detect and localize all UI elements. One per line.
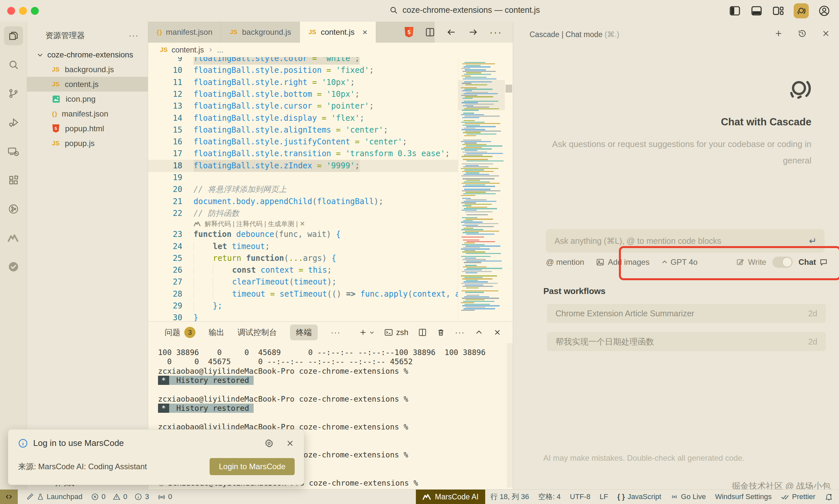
ports-status[interactable]: 0 bbox=[158, 492, 172, 501]
file-item-manifest.json[interactable]: { }manifest.json bbox=[27, 106, 148, 121]
split-editor-icon[interactable] bbox=[425, 27, 435, 37]
tab-content.js[interactable]: JScontent.js× bbox=[300, 22, 376, 43]
close-cascade-icon[interactable] bbox=[821, 29, 831, 38]
split-terminal-icon[interactable] bbox=[418, 328, 427, 337]
add-images-button[interactable]: Add images bbox=[596, 257, 649, 267]
codelens[interactable]: 解释代码 | 注释代码 | 生成单测 | ✕ bbox=[193, 219, 305, 228]
remote-indicator[interactable] bbox=[0, 489, 18, 504]
chat-mode-label[interactable]: Chat bbox=[799, 257, 828, 267]
encoding-status[interactable]: UTF-8 bbox=[570, 492, 590, 501]
workflow-item[interactable]: Chrome Extension Article Summarizer2d bbox=[547, 304, 826, 323]
breadcrumb[interactable]: JS content.js ... bbox=[148, 43, 513, 57]
tab-terminal[interactable]: 终端 bbox=[290, 325, 318, 340]
new-chat-icon[interactable] bbox=[774, 29, 783, 38]
go-back-icon[interactable] bbox=[446, 27, 457, 37]
code-text: floatingBall.style.right = '10px'; bbox=[193, 76, 355, 89]
check-badge-icon[interactable] bbox=[4, 257, 23, 276]
tab-manifest.json[interactable]: { }manifest.json bbox=[148, 22, 221, 43]
terminal-line: * History restored bbox=[158, 403, 503, 413]
panel-more-tabs-icon[interactable]: ··· bbox=[331, 328, 341, 337]
indent-guide bbox=[213, 277, 232, 287]
indentation-status[interactable]: 空格: 4 bbox=[538, 492, 561, 502]
go-forward-icon[interactable] bbox=[468, 27, 478, 37]
eol-status[interactable]: LF bbox=[600, 492, 608, 501]
go-live-status[interactable]: Go Live bbox=[670, 492, 706, 501]
close-window-button[interactable] bbox=[7, 7, 15, 15]
file-item-popup.js[interactable]: JSpopup.js bbox=[27, 136, 148, 150]
cascade-input[interactable]: Ask anything (⌘L), @ to mention code blo… bbox=[546, 229, 824, 253]
kill-terminal-icon[interactable] bbox=[436, 328, 445, 337]
run-debug-icon[interactable] bbox=[4, 113, 23, 132]
share-circle-icon[interactable] bbox=[4, 199, 23, 218]
source-control-icon[interactable] bbox=[4, 84, 23, 103]
notification-close-icon[interactable] bbox=[286, 439, 295, 448]
extensions-icon[interactable] bbox=[4, 170, 23, 190]
terminal-scrollbar[interactable] bbox=[507, 343, 513, 488]
history-icon[interactable] bbox=[798, 29, 807, 38]
new-terminal-icon[interactable] bbox=[359, 328, 375, 337]
close-tab-icon[interactable]: × bbox=[362, 27, 367, 37]
shell-zsh[interactable]: zsh bbox=[384, 328, 408, 337]
broadcast-icon bbox=[158, 493, 166, 501]
notifications-bell-icon[interactable] bbox=[824, 492, 833, 501]
codelens-actions[interactable]: 解释代码 | 注释代码 | 生成单测 | ✕ bbox=[205, 219, 305, 228]
tab-background.js[interactable]: JSbackground.js bbox=[221, 22, 300, 43]
js-file-icon: JS bbox=[52, 140, 59, 147]
notification-settings-icon[interactable] bbox=[264, 439, 274, 448]
problems-status[interactable]: 0 0 3 bbox=[91, 492, 149, 501]
marscode-ai-status[interactable]: MarsCode AI bbox=[416, 489, 485, 504]
workflow-item[interactable]: 帮我实现一个日期处理函数2d bbox=[547, 332, 826, 351]
terminal-line: * History restored bbox=[158, 376, 503, 385]
minimize-window-button[interactable] bbox=[19, 7, 27, 15]
file-item-background.js[interactable]: JSbackground.js bbox=[27, 62, 148, 77]
svg-text:5: 5 bbox=[408, 30, 411, 35]
chevron-right-icon bbox=[208, 47, 213, 53]
file-item-popup.html[interactable]: 5popup.html bbox=[27, 121, 148, 136]
remote-explorer-icon[interactable] bbox=[4, 142, 23, 161]
window-title-area[interactable]: coze-chrome-extensions — content.js bbox=[389, 5, 540, 15]
customize-layout-icon[interactable] bbox=[772, 5, 785, 17]
editor-scrollbar[interactable] bbox=[505, 57, 513, 321]
indent-guide bbox=[193, 254, 213, 264]
code-text: floatingBall.style.justifyContent = 'cen… bbox=[193, 136, 407, 148]
terminal-more-icon[interactable]: ··· bbox=[455, 328, 465, 337]
prettier-status[interactable]: Prettier bbox=[781, 492, 815, 501]
login-marscode-button[interactable]: Login to MarsCode bbox=[210, 458, 295, 475]
cascade-toolbar-icon[interactable] bbox=[794, 3, 809, 18]
launchpad-status[interactable]: Launchpad bbox=[26, 492, 83, 501]
model-selector[interactable]: GPT 4o bbox=[661, 257, 698, 267]
indent-guide bbox=[193, 242, 213, 252]
search-sidebar-icon[interactable] bbox=[4, 55, 23, 74]
accounts-icon[interactable] bbox=[818, 5, 831, 17]
explorer-icon[interactable] bbox=[4, 26, 23, 45]
tab-debug-console[interactable]: 调试控制台 bbox=[238, 327, 277, 338]
more-actions-icon[interactable]: ··· bbox=[490, 26, 502, 38]
zoom-window-button[interactable] bbox=[31, 7, 39, 15]
minimap[interactable] bbox=[458, 57, 505, 321]
marscode-icon[interactable] bbox=[4, 228, 23, 247]
write-chat-toggle[interactable] bbox=[772, 257, 793, 268]
toggle-primary-sidebar-icon[interactable] bbox=[729, 5, 741, 17]
write-mode-label[interactable]: Write bbox=[736, 257, 766, 267]
close-panel-icon[interactable] bbox=[493, 328, 502, 337]
file-item-content.js[interactable]: JScontent.js bbox=[27, 77, 148, 92]
warning-icon bbox=[113, 493, 121, 501]
file-label: content.js bbox=[65, 80, 99, 89]
maximize-panel-icon[interactable] bbox=[475, 328, 483, 337]
tab-problems[interactable]: 问题 3 bbox=[165, 327, 195, 338]
mention-button[interactable]: @ mention bbox=[546, 257, 584, 267]
code-editor[interactable]: 9floatingBall.style.color = 'white';10fl… bbox=[148, 57, 513, 321]
html-preview-icon[interactable]: 5 bbox=[404, 26, 414, 38]
code-text: floatingBall.style.cursor = 'pointer'; bbox=[193, 100, 374, 112]
cursor-position-status[interactable]: 行 18, 列 36 bbox=[491, 492, 529, 502]
image-icon bbox=[596, 258, 604, 267]
windsurf-settings-status[interactable]: Windsurf Settings bbox=[715, 492, 772, 501]
js-file-icon: JS bbox=[308, 29, 316, 36]
file-item-icon.png[interactable]: icon.png bbox=[27, 92, 148, 106]
language-status[interactable]: { } JavaScript bbox=[617, 492, 661, 501]
folder-root[interactable]: coze-chrome-extensions bbox=[27, 47, 148, 62]
explorer-sidebar: 资源管理器 ··· coze-chrome-extensions JSbackg… bbox=[27, 22, 148, 489]
tab-output[interactable]: 输出 bbox=[209, 327, 224, 338]
explorer-more-actions-icon[interactable]: ··· bbox=[129, 31, 139, 40]
toggle-panel-icon[interactable] bbox=[750, 5, 763, 17]
